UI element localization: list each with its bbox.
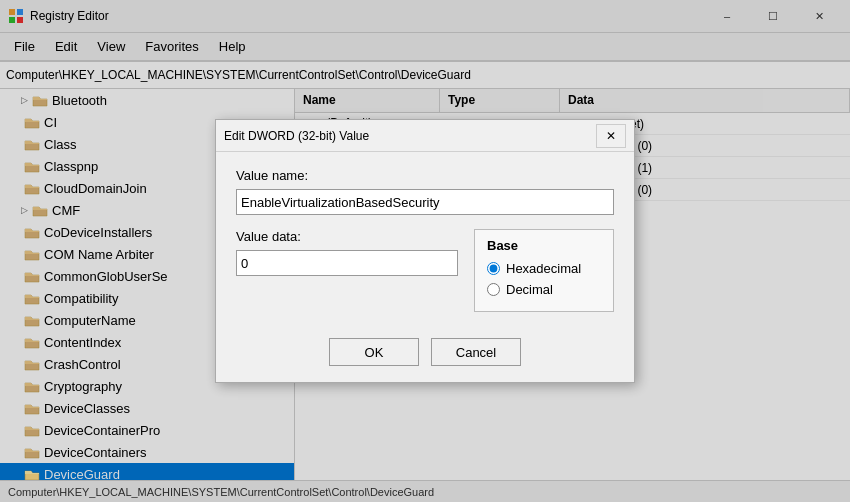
base-section: Base Hexadecimal Decimal	[474, 229, 614, 312]
base-label: Base	[487, 238, 601, 253]
modal-backdrop: Edit DWORD (32-bit) Value ✕ Value name: …	[0, 0, 850, 502]
hexadecimal-label: Hexadecimal	[506, 261, 581, 276]
radio-hexadecimal[interactable]: Hexadecimal	[487, 261, 601, 276]
value-data-label: Value data:	[236, 229, 458, 244]
decimal-radio[interactable]	[487, 283, 500, 296]
dialog-title: Edit DWORD (32-bit) Value	[224, 129, 596, 143]
data-section: Value data:	[236, 229, 458, 290]
ok-button[interactable]: OK	[329, 338, 419, 366]
value-name-label: Value name:	[236, 168, 614, 183]
dialog-footer: OK Cancel	[216, 328, 634, 382]
dialog-title-bar: Edit DWORD (32-bit) Value ✕	[216, 120, 634, 152]
dialog-close-button[interactable]: ✕	[596, 124, 626, 148]
hexadecimal-radio[interactable]	[487, 262, 500, 275]
cancel-button[interactable]: Cancel	[431, 338, 521, 366]
dialog-body: Value name: Value data: Base Hexadecimal…	[216, 152, 634, 328]
value-name-input[interactable]	[236, 189, 614, 215]
edit-dword-dialog: Edit DWORD (32-bit) Value ✕ Value name: …	[215, 119, 635, 383]
value-data-input[interactable]	[236, 250, 458, 276]
dialog-data-row: Value data: Base Hexadecimal Decimal	[236, 229, 614, 312]
radio-decimal[interactable]: Decimal	[487, 282, 601, 297]
decimal-label: Decimal	[506, 282, 553, 297]
